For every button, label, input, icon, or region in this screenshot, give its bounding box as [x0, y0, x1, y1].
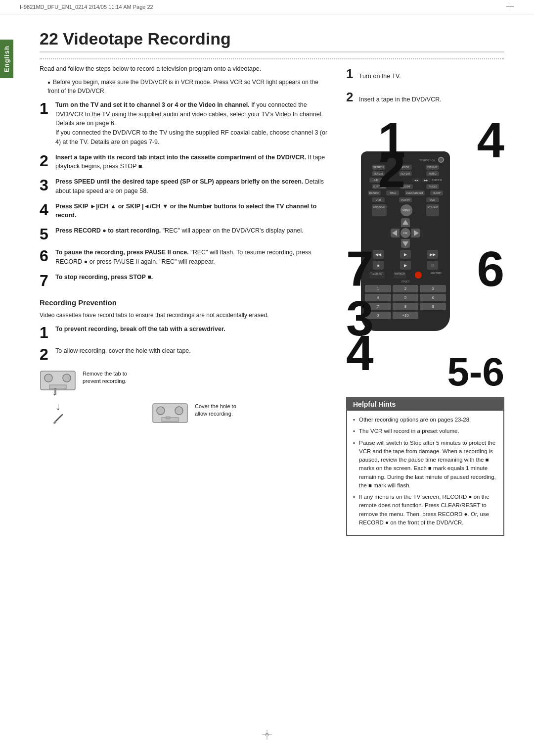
remote-row-1: SEARCH MODE DISPLAY	[365, 165, 446, 170]
pause-btn[interactable]: II	[427, 261, 438, 270]
svg-rect-3	[49, 385, 66, 389]
header-text: H9821MD_DFU_EN1_0214 2/14/05 11:14 AM Pa…	[20, 4, 153, 10]
intro-text: Read and follow the steps below to recor…	[40, 64, 331, 74]
skip-group: ◀◀ ▶▶ SKIP/CH	[412, 178, 442, 183]
right-col: 1 Turn on the TV. 2 Insert a tape in the…	[346, 64, 504, 536]
two-col-layout: Read and follow the steps below to recor…	[40, 64, 504, 536]
num-plus10-btn[interactable]: +10	[393, 312, 419, 319]
overlay-num-4b: 4	[346, 325, 374, 381]
play2-btn[interactable]: ▶	[400, 261, 411, 270]
step-item-4: 4 Press SKIP ►|/CH ▲ or SKIP |◄/CH ▼ or …	[40, 202, 331, 221]
step-item-7: 7 To stop recording, press STOP ■.	[40, 273, 331, 288]
right-steps-area: 1 Turn on the TV. 2 Insert a tape in the…	[346, 64, 504, 389]
cassette-label-2: Cover the hole to allow recording.	[195, 403, 244, 418]
helpful-hints-box: Helpful Hints Other recording options ar…	[346, 397, 504, 536]
ok-btn[interactable]: OK	[400, 228, 410, 238]
overlay-num-6: 6	[477, 240, 504, 297]
right-arrow-icon	[411, 229, 420, 237]
nav-left-btn[interactable]	[391, 229, 400, 237]
audio-btn[interactable]: AUDIO	[426, 171, 439, 176]
overlay-num-2: 2	[378, 142, 405, 198]
numbers-remote-area: 1 2 4 7 6 3 4 5-6 STANDBY·ON	[346, 112, 504, 389]
prevention-step-number-2: 2	[40, 346, 50, 362]
menu-disc-btn[interactable]: MENU	[400, 204, 412, 216]
step-2-bold: Insert a tape with its record tab intact…	[55, 154, 306, 161]
right-steps-list: 1 Turn on the TV. 2 Insert a tape in the…	[346, 64, 504, 107]
step-number-1: 1	[40, 100, 50, 116]
section-text: Video cassettes have record tabs to ensu…	[40, 311, 331, 320]
num-2-btn[interactable]: 2	[393, 285, 419, 292]
hint-item-1: Other recording options are on pages 23-…	[353, 416, 497, 424]
display-btn[interactable]: DISPLAY	[426, 165, 439, 170]
prev-btn[interactable]: ◀◀	[412, 178, 421, 182]
bullet-item-1: Before you begin, make sure the DVD/VCR …	[47, 78, 331, 95]
helpful-hints-content: Other recording options are on pages 23-…	[347, 411, 503, 535]
prevention-step-text-2: To allow recording, cover the hole with …	[55, 346, 331, 356]
step-number-2: 2	[40, 153, 50, 169]
arrow-down-icon: ↓	[40, 400, 77, 413]
cassette-svg-1: ▼	[40, 370, 77, 397]
right-step-num-2: 2	[346, 90, 353, 104]
left-arrow-icon	[391, 229, 400, 237]
step-item-5: 5 Press RECORD ● to start recording. "RE…	[40, 226, 331, 242]
step-4-bold: Press SKIP ►|/CH ▲ or SKIP |◄/CH ▼ or th…	[55, 203, 316, 219]
step-text-7: To stop recording, press STOP ■.	[55, 273, 331, 282]
num-3-btn[interactable]: 3	[420, 285, 446, 292]
num-5-btn[interactable]: 5	[393, 294, 419, 301]
fastfwd-btn[interactable]: ▶▶	[427, 250, 438, 259]
step-7-bold: To stop recording, press STOP ■.	[55, 274, 153, 281]
section-title: Recording Prevention	[40, 298, 331, 307]
num-8-btn[interactable]: 8	[393, 303, 419, 310]
menu-label: MENU	[402, 209, 410, 212]
right-step-text-1: Turn on the TV.	[359, 73, 401, 80]
right-step-num-1: 1	[346, 66, 353, 81]
remote-disc-row: DISC/VCR MENU SYSTEM	[365, 204, 446, 216]
bottom-crosshair	[262, 730, 272, 741]
cassette-svg-2	[152, 403, 189, 425]
num-9-btn[interactable]: 9	[420, 303, 446, 310]
cassette-item-2: Cover the hole to allow recording.	[152, 403, 244, 426]
speed-label: SPEED	[401, 280, 410, 283]
svg-point-1	[44, 374, 52, 382]
prevention-step-number-1: 1	[40, 325, 50, 340]
step-item-2: 2 Insert a tape with its record tab inta…	[40, 153, 331, 172]
angle-btn[interactable]: ANGLE	[426, 184, 439, 189]
header-bar: H9821MD_DFU_EN1_0214 2/14/05 11:14 AM Pa…	[0, 0, 534, 14]
screwdriver-svg	[52, 413, 64, 425]
step-number-6: 6	[40, 248, 50, 264]
next-btn[interactable]: ▶▶	[422, 178, 431, 182]
dot-separator	[40, 58, 504, 59]
stop-btn[interactable]: ■	[373, 261, 384, 270]
svg-point-2	[63, 374, 71, 382]
record-btn[interactable]	[415, 272, 422, 279]
discvcr-btn[interactable]: DISC/VCR	[372, 204, 387, 216]
nav-up-btn[interactable]	[401, 218, 410, 227]
remote-row-5: RETURN TITLE CLEAR/RESET SLOW	[365, 190, 446, 195]
step-number-5: 5	[40, 226, 50, 242]
step-text-5: Press RECORD ● to start recording. "REC"…	[55, 226, 331, 236]
cassette-icon-1: ▼ ↓	[40, 370, 77, 426]
timer-marker-rec-row: TIMER SET MARKER RECORD	[365, 272, 446, 279]
marker-btn[interactable]: MARKER	[394, 272, 406, 279]
slow-btn[interactable]: SLOW	[430, 190, 443, 195]
record-label: RECORD	[431, 272, 442, 279]
right-step-2: 2 Insert a tape in the DVD/VCR.	[346, 88, 504, 107]
prevention-step-text-1: To prevent recording, break off the tab …	[55, 325, 331, 334]
step-number-7: 7	[40, 273, 50, 288]
up-arrow-icon	[401, 218, 410, 227]
prevention-step-2: 2 To allow recording, cover the hole wit…	[40, 346, 331, 362]
num-6-btn[interactable]: 6	[420, 294, 446, 301]
play-btn[interactable]: ▶	[400, 250, 411, 259]
nav-right-btn[interactable]	[411, 229, 420, 237]
clearreset-btn[interactable]: CLEAR/RESET	[405, 190, 425, 195]
system-btn[interactable]: SYSTEM	[426, 204, 440, 216]
svg-marker-16	[414, 230, 419, 236]
dvd-btn[interactable]: DVD	[426, 197, 439, 202]
svg-marker-13	[402, 220, 408, 225]
prevention-step-2-text: To allow recording, cover the hole with …	[55, 347, 191, 354]
rewind-btn[interactable]: ◀◀	[373, 250, 384, 259]
nav-down-btn[interactable]	[401, 239, 410, 248]
page-content: 22 Videotape Recording Read and follow t…	[0, 14, 534, 556]
speed-row: SPEED	[365, 280, 446, 283]
standby-button[interactable]	[438, 157, 444, 163]
